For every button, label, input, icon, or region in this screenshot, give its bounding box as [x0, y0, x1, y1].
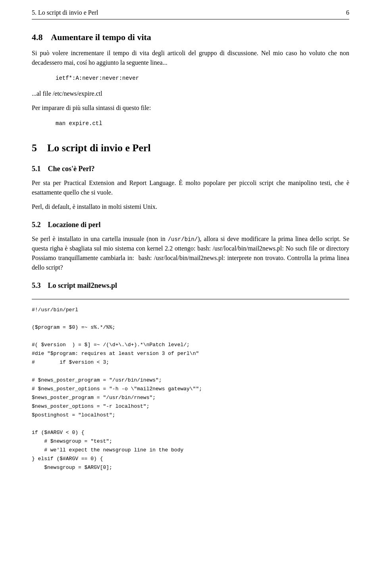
script-line-14: if ($#ARGV < 0) {	[32, 428, 349, 437]
script-line-16: # we'll expect the newsgroup line in the…	[32, 446, 349, 455]
code-man-expire: man expire.ctl	[56, 119, 349, 128]
page-header: 5. Lo script di invio e Perl 6	[32, 8, 349, 19]
code-ietf: ietf*:A:never:never:never	[56, 74, 349, 83]
header-left: 5. Lo script di invio e Perl	[32, 8, 98, 17]
section-51-para1: Per sta per Practical Extension and Repo…	[32, 178, 349, 197]
script-line-8: # $news_poster_program = "/usr/bin/inews…	[32, 376, 349, 385]
script-line-7	[32, 367, 349, 376]
section-52-heading: 5.2 Locazione di perl	[32, 220, 349, 230]
script-line-3	[32, 332, 349, 341]
script-line-15: # $newsgroup = "test";	[32, 437, 349, 446]
section-53-heading: 5.3 Lo script mail2news.pl	[32, 280, 349, 291]
script-line-10: $news_poster_program = "/usr/bin/rnews";	[32, 393, 349, 402]
directory-text: directory	[326, 245, 349, 252]
script-line-6: # if $version < 3;	[32, 358, 349, 367]
section-52-para1: Se perl è installato in una cartella inu…	[32, 234, 349, 272]
section-48-para3: Per imparare di più sulla sintassi di qu…	[32, 103, 349, 113]
script-header	[32, 299, 349, 303]
section-5-heading: 5 Lo script di invio e Perl	[32, 140, 349, 156]
script-line-0: #!/usr/bin/perl	[32, 306, 349, 314]
script-line-11: $news_poster_options = "-r localhost";	[32, 402, 349, 411]
section-48-para2: ...al file /etc/news/expire.ctl	[32, 89, 349, 98]
script-line-1	[32, 314, 349, 323]
section-51-para2: Perl, di default, è installato in molti …	[32, 202, 349, 212]
section-48-para1: Si può volere incrementare il tempo di v…	[32, 48, 349, 67]
page: 5. Lo script di invio e Perl 6 4.8 Aumen…	[0, 0, 381, 488]
script-line-5: #die "$program: requires at least versio…	[32, 349, 349, 358]
script-section: #!/usr/bin/perl ($program = $0) =~ s%.*/…	[32, 299, 349, 472]
section-48-heading: 4.8 Aumentare il tempo di vita	[32, 31, 349, 44]
script-line-4: #( $version ) = $] =~ /(\d+\.\d+).*\nPat…	[32, 341, 349, 349]
script-content: #!/usr/bin/perl ($program = $0) =~ s%.*/…	[32, 306, 349, 472]
header-right: 6	[346, 8, 349, 17]
script-line-2: ($program = $0) =~ s%.*/%%;	[32, 323, 349, 332]
script-line-18: $newsgroup = $ARGV[0];	[32, 463, 349, 472]
script-line-13	[32, 420, 349, 428]
code-usr-bin: /usr/bin/	[168, 236, 198, 243]
section-51-heading: 5.1 Che cos'è Perl?	[32, 164, 349, 174]
script-line-9: # $news_poster_options = "-h -o \"mail2n…	[32, 385, 349, 393]
script-line-17: } elsif ($#ARGV == 0) {	[32, 455, 349, 463]
script-line-12: $postinghost = "localhost";	[32, 411, 349, 420]
